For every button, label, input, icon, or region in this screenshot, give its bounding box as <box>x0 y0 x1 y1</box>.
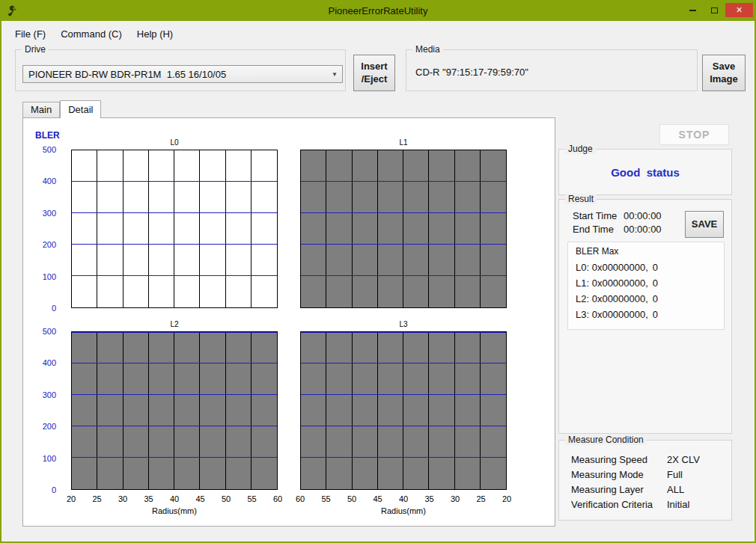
chart-l2 <box>71 331 278 490</box>
window-title: PioneerErrorRateUtility <box>1 5 755 16</box>
drive-group-label: Drive <box>22 44 49 55</box>
bler-max-l2-value: 0 <box>653 293 658 304</box>
title-bar: PioneerErrorRateUtility × <box>1 1 755 21</box>
drive-selected-value: PIONEER BD-RW BDR-PR1M 1.65 16/10/05 <box>23 69 327 80</box>
judge-status-text: Good status <box>559 166 731 179</box>
save-image-label-line2: Image <box>710 73 738 85</box>
bler-max-l1-value: 0 <box>653 277 658 289</box>
chart-l3 <box>300 331 507 490</box>
insert-eject-label-line2: /Eject <box>362 73 388 85</box>
verification-criteria-label: Verification Criteria <box>571 499 653 510</box>
menu-file[interactable]: File (F) <box>7 25 53 43</box>
maximize-icon <box>711 7 718 13</box>
save-button[interactable]: SAVE <box>685 211 724 238</box>
minimize-button[interactable] <box>682 3 704 17</box>
y-axis-ticks-row1: 5004003002001000 <box>28 150 56 308</box>
bler-max-l3-label: L3: 0x00000000, <box>576 309 648 320</box>
maximize-button[interactable] <box>704 3 725 17</box>
measuring-speed-value: 2X CLV <box>667 454 700 465</box>
chart-title-l3: L3 <box>300 320 507 328</box>
bler-max-l2-label: L2: 0x00000000, <box>576 293 648 304</box>
measure-condition-label: Measure Condition <box>565 435 647 445</box>
bler-max-l0-value: 0 <box>653 262 658 273</box>
chart-title-l2: L2 <box>71 320 278 328</box>
tab-main[interactable]: Main <box>22 102 60 117</box>
insert-eject-button[interactable]: Insert /Eject <box>353 55 395 91</box>
caption-buttons: × <box>682 3 753 17</box>
media-group: Media CD-R "97:15:17-79:59:70" <box>406 49 698 91</box>
start-time-value: 00:00:00 <box>624 210 662 221</box>
media-value: CD-R "97:15:17-79:59:70" <box>415 67 528 78</box>
x-axis-ticks-l3: 605550454035302520 <box>300 494 507 503</box>
minimize-icon <box>689 10 696 11</box>
menu-bar: File (F) Command (C) Help (H) <box>7 23 180 44</box>
bler-max-box: BLER Max L0: 0x00000000, 0 L1: 0x0000000… <box>567 242 725 330</box>
app-window: PioneerErrorRateUtility × File (F) Comma… <box>0 0 756 543</box>
measuring-layer-label: Measuring Layer <box>571 484 644 495</box>
detail-tab-page: BLER L0 L1 L2 L3 5004003002001000 500400… <box>22 117 555 527</box>
chart-l1 <box>300 150 507 308</box>
drive-select[interactable]: PIONEER BD-RW BDR-PR1M 1.65 16/10/05 ▼ <box>22 65 343 83</box>
menu-command[interactable]: Command (C) <box>53 25 129 43</box>
chart-l0 <box>71 150 278 308</box>
measure-condition-group: Measure Condition Measuring Speed 2X CLV… <box>558 440 732 521</box>
chevron-down-icon: ▼ <box>327 71 342 78</box>
judge-group-label: Judge <box>565 144 596 154</box>
drive-group: Drive PIONEER BD-RW BDR-PR1M 1.65 16/10/… <box>15 49 346 91</box>
stop-button[interactable]: STOP <box>659 124 729 145</box>
bler-max-l0-label: L0: 0x00000000, <box>576 262 648 273</box>
end-time-value: 00:00:00 <box>624 224 662 235</box>
tab-strip: Main Detail <box>22 100 101 118</box>
measuring-mode-value: Full <box>667 469 683 480</box>
x-axis-label-l2: Radius(mm) <box>71 506 278 515</box>
save-image-button[interactable]: Save Image <box>702 55 746 91</box>
x-axis-ticks-l2: 202530354045505560 <box>71 494 278 503</box>
bler-axis-label: BLER <box>35 130 60 141</box>
close-icon: × <box>736 4 742 16</box>
start-time-label: Start Time <box>573 210 617 221</box>
menu-help[interactable]: Help (H) <box>129 25 180 43</box>
x-axis-label-l3: Radius(mm) <box>300 506 507 515</box>
tab-detail[interactable]: Detail <box>60 100 101 118</box>
measuring-layer-value: ALL <box>667 484 684 495</box>
bler-max-label: BLER Max <box>576 246 618 257</box>
result-group-label: Result <box>565 194 597 204</box>
judge-group: Judge Good status <box>558 149 732 195</box>
result-group: Result Start Time 00:00:00 End Time 00:0… <box>558 199 732 434</box>
y-axis-ticks-row2: 5004003002001000 <box>28 331 56 490</box>
verification-criteria-value: Initial <box>667 499 689 510</box>
chart-title-l1: L1 <box>300 138 507 147</box>
save-image-label-line1: Save <box>713 61 735 73</box>
measuring-mode-label: Measuring Mode <box>571 469 644 480</box>
media-group-label: Media <box>412 44 443 55</box>
chart-title-l0: L0 <box>71 138 278 147</box>
close-button[interactable]: × <box>725 3 753 17</box>
measuring-speed-label: Measuring Speed <box>571 454 647 465</box>
end-time-label: End Time <box>573 224 614 235</box>
bler-max-l3-value: 0 <box>653 309 658 320</box>
insert-eject-label-line1: Insert <box>361 61 387 73</box>
bler-max-l1-label: L1: 0x00000000, <box>576 277 648 289</box>
